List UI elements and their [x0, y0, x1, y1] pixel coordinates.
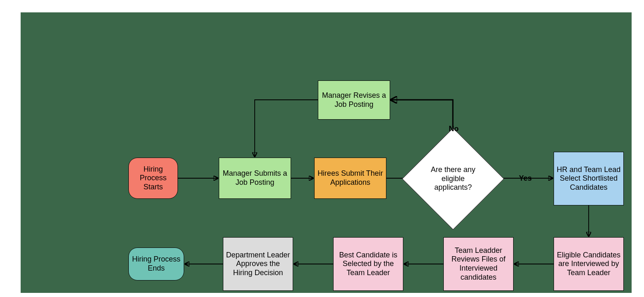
node-label: HR and Team Lead Select Shortlisted Cand…	[556, 165, 621, 192]
diagram-background: Hiring Process Starts Manager Submits a …	[21, 12, 632, 293]
node-hirees-apply: Hirees Submit Their Applications	[314, 158, 386, 199]
node-label: Department Leader Approves the Hiring De…	[226, 251, 290, 278]
edge-label-no: No	[449, 125, 459, 133]
edge-decision-no	[391, 100, 453, 142]
node-interview: Eligible Candidates are Interviewed by T…	[554, 237, 624, 291]
edges-layer	[21, 12, 632, 293]
node-label: Manager Revises a Job Posting	[321, 91, 387, 109]
edge-label-yes: Yes	[519, 174, 532, 183]
node-shortlist: HR and Team Lead Select Shortlisted Cand…	[554, 152, 624, 205]
node-label: Hiring Process Starts	[131, 165, 175, 192]
node-decision-eligible: Are there any eligible applicants?	[417, 143, 489, 215]
diagram-canvas: Hiring Process Starts Manager Submits a …	[0, 0, 644, 297]
node-label: Best Candidate is Selected by the Team L…	[336, 251, 400, 278]
node-end-terminator: Hiring Process Ends	[128, 248, 184, 280]
node-approve-decision: Department Leader Approves the Hiring De…	[223, 237, 293, 291]
node-start-terminator: Hiring Process Starts	[128, 158, 178, 199]
node-label: Hirees Submit Their Applications	[317, 169, 384, 187]
node-revise-job: Manager Revises a Job Posting	[318, 80, 390, 120]
node-label: Eligible Candidates are Interviewed by T…	[556, 251, 621, 278]
node-label: Manager Submits a Job Posting	[222, 169, 288, 187]
node-label: Are there any eligible applicants?	[417, 143, 489, 215]
edge-revise-to-submit	[255, 100, 318, 157]
node-review-files: Team Leadder Reviews Files of Interviewe…	[443, 237, 514, 291]
node-select-best: Best Candidate is Selected by the Team L…	[333, 237, 403, 291]
node-label: Team Leadder Reviews Files of Interviewe…	[446, 246, 511, 282]
node-submit-job: Manager Submits a Job Posting	[219, 158, 291, 199]
node-label: Hiring Process Ends	[131, 255, 181, 273]
